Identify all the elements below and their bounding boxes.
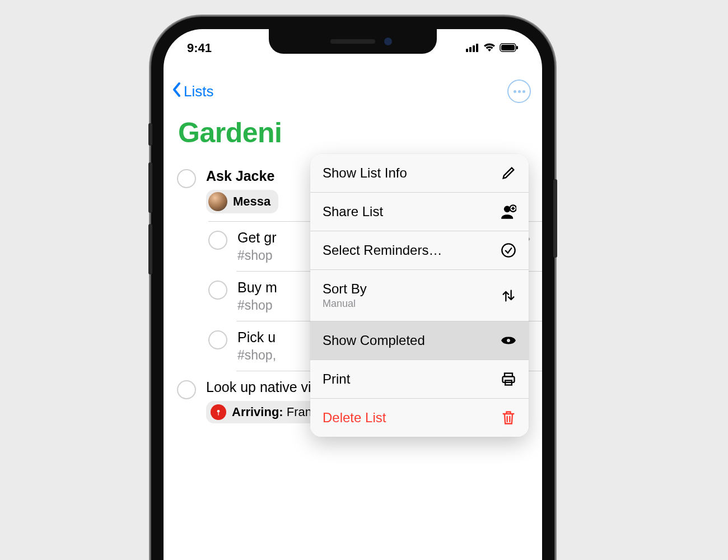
complete-toggle[interactable] bbox=[177, 169, 196, 188]
menu-show-completed[interactable]: Show Completed bbox=[310, 321, 529, 360]
back-button[interactable]: Lists bbox=[171, 81, 213, 102]
svg-rect-2 bbox=[473, 45, 475, 52]
person-plus-icon bbox=[501, 204, 516, 220]
sort-by-value: Manual bbox=[323, 298, 367, 310]
pencil-icon bbox=[501, 165, 516, 181]
svg-point-11 bbox=[506, 338, 511, 343]
svg-rect-3 bbox=[476, 44, 478, 52]
cellular-icon bbox=[466, 41, 479, 55]
options-menu: Show List Info Share List Select Reminde… bbox=[310, 154, 529, 437]
svg-rect-5 bbox=[501, 45, 515, 50]
svg-point-10 bbox=[502, 244, 515, 256]
message-badge[interactable]: Messa bbox=[206, 190, 278, 213]
arrows-updown-icon bbox=[501, 288, 516, 304]
menu-select-reminders[interactable]: Select Reminders… bbox=[310, 231, 529, 270]
phone-frame: 9:41 Lists bbox=[151, 17, 554, 560]
wifi-icon bbox=[483, 41, 496, 55]
check-circle-icon bbox=[501, 242, 516, 258]
complete-toggle[interactable] bbox=[208, 231, 227, 250]
list-title: Gardeni bbox=[164, 113, 542, 160]
volume-up-button bbox=[148, 162, 152, 213]
svg-rect-0 bbox=[466, 49, 468, 52]
avatar bbox=[208, 192, 227, 211]
svg-rect-6 bbox=[516, 46, 518, 49]
menu-show-list-info[interactable]: Show List Info bbox=[310, 154, 529, 193]
battery-icon bbox=[500, 41, 519, 55]
menu-delete-list[interactable]: Delete List bbox=[310, 399, 529, 437]
svg-rect-1 bbox=[469, 47, 472, 52]
svg-point-7 bbox=[217, 410, 220, 413]
more-options-button[interactable] bbox=[507, 80, 531, 103]
screen: 9:41 Lists bbox=[164, 29, 542, 560]
menu-print[interactable]: Print bbox=[310, 360, 529, 399]
nav-bar: Lists bbox=[164, 77, 542, 113]
location-label: Arriving: bbox=[232, 405, 283, 419]
svg-rect-13 bbox=[503, 376, 515, 382]
complete-toggle[interactable] bbox=[208, 330, 227, 349]
printer-icon bbox=[501, 371, 516, 387]
eye-icon bbox=[501, 333, 516, 348]
status-time: 9:41 bbox=[187, 41, 212, 55]
complete-toggle[interactable] bbox=[177, 380, 196, 399]
message-badge-label: Messa bbox=[233, 194, 270, 209]
reminders-app: Lists Gardeni Ask Jacke Messa bbox=[164, 67, 542, 560]
back-label: Lists bbox=[184, 83, 213, 100]
menu-sort-by[interactable]: Sort By Manual bbox=[310, 270, 529, 321]
notch bbox=[269, 29, 437, 54]
complete-toggle[interactable] bbox=[208, 281, 227, 300]
location-pin-icon bbox=[211, 404, 226, 420]
svg-point-8 bbox=[505, 207, 510, 212]
chevron-left-icon bbox=[171, 81, 183, 102]
menu-share-list[interactable]: Share List bbox=[310, 193, 529, 231]
volume-down-button bbox=[148, 224, 152, 274]
mute-switch bbox=[148, 123, 152, 146]
trash-icon bbox=[501, 410, 516, 426]
power-button bbox=[553, 179, 557, 258]
